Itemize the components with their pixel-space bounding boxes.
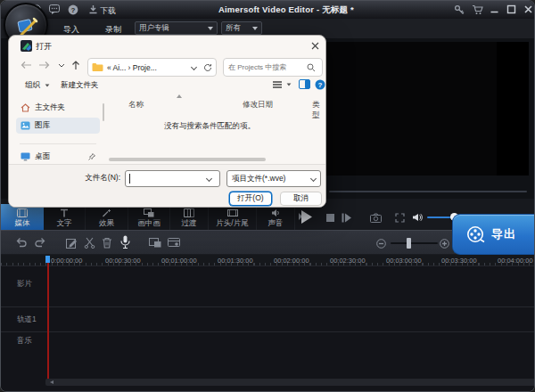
- help-icon[interactable]: ?: [68, 4, 78, 15]
- sidebar-item-desktop[interactable]: 桌面: [16, 149, 100, 165]
- step-forward-button[interactable]: [342, 213, 351, 223]
- refresh-icon[interactable]: [203, 63, 212, 72]
- scroll-left-arrow-icon[interactable]: [50, 380, 54, 384]
- svg-text:?: ?: [318, 81, 323, 89]
- export-button[interactable]: 导出: [452, 214, 535, 255]
- tab-media[interactable]: 媒体: [1, 204, 44, 230]
- record-voiceover-mic-icon[interactable]: [120, 235, 130, 249]
- dialog-help-icon[interactable]: ?: [315, 79, 325, 90]
- seek-bar[interactable]: [329, 191, 527, 192]
- playhead-marker[interactable]: [45, 256, 50, 263]
- edit-clip-icon[interactable]: [66, 237, 78, 249]
- desktop-icon: [21, 152, 30, 161]
- album-dropdown-value: 用户专辑: [139, 23, 169, 32]
- filename-label: 文件名(N):: [49, 173, 120, 184]
- delete-trash-icon[interactable]: [102, 237, 112, 249]
- timeline-horizontal-scrollbar[interactable]: [45, 379, 535, 386]
- sidebar-scrollbar[interactable]: [103, 103, 104, 121]
- nav-forward-icon[interactable]: [38, 61, 50, 69]
- tab-text[interactable]: 文字: [44, 204, 86, 230]
- filetype-dropdown[interactable]: 项目文件(*.wve): [226, 170, 321, 187]
- cut-scissors-icon[interactable]: [84, 237, 95, 249]
- nav-up-icon[interactable]: [71, 61, 80, 70]
- timeline-zoom-out-icon[interactable]: [376, 239, 386, 249]
- timeline-tracks: 影片 轨道1 音乐: [1, 266, 534, 392]
- filter-caret-icon: [252, 27, 258, 30]
- download-icon[interactable]: [88, 4, 98, 14]
- snapshot-camera-button[interactable]: [370, 213, 382, 223]
- open-button-label: 打开(O): [237, 193, 263, 204]
- tab-sound[interactable]: 声音: [257, 204, 295, 230]
- film-reel-icon: [466, 225, 485, 244]
- playhead-line[interactable]: [47, 256, 49, 379]
- home-icon: [21, 103, 30, 112]
- nav-recent-chevron-icon[interactable]: [58, 63, 65, 69]
- timeline-zoom-in-icon[interactable]: [440, 239, 449, 249]
- search-icon: [307, 63, 316, 72]
- breadcrumb[interactable]: « Ai... › Proje...: [107, 63, 157, 72]
- address-bar[interactable]: « Ai... › Proje...: [87, 58, 217, 77]
- timeline-ruler[interactable]: 0:00:00:00 00:00:30:00 00:01:00:00 00:01…: [1, 255, 534, 266]
- timeline-zoom-handle[interactable]: [407, 238, 411, 249]
- cancel-button[interactable]: 取消: [280, 192, 322, 206]
- ruler-ticks: [1, 263, 534, 265]
- sidebar-item-home[interactable]: 主文件夹: [16, 100, 100, 116]
- sidebar-desktop-label: 桌面: [35, 151, 50, 162]
- view-mode-icon[interactable]: [272, 80, 283, 89]
- maximize-button[interactable]: [506, 4, 516, 14]
- search-input[interactable]: [228, 63, 307, 71]
- track-music-label: 音乐: [17, 336, 32, 347]
- redo-icon[interactable]: [35, 237, 46, 249]
- media-icon: [17, 208, 28, 217]
- sidebar-item-gallery[interactable]: 图库: [16, 118, 100, 134]
- preview-pane-icon[interactable]: [299, 79, 310, 89]
- search-box[interactable]: [223, 58, 323, 77]
- nav-back-icon[interactable]: [21, 61, 32, 69]
- filter-dropdown[interactable]: 所有: [221, 21, 262, 35]
- address-dropdown-chevron-icon[interactable]: [191, 64, 197, 70]
- column-header-date[interactable]: 修改日期: [243, 100, 273, 110]
- filename-history-chevron-icon[interactable]: [206, 176, 212, 182]
- stop-button[interactable]: [326, 214, 334, 222]
- volume-icon[interactable]: [412, 212, 423, 223]
- download-label[interactable]: 下载: [100, 5, 116, 17]
- tab-pip[interactable]: 画中画: [128, 204, 170, 230]
- timeline-zoom-slider[interactable]: [391, 242, 438, 244]
- album-dropdown[interactable]: 用户专辑: [135, 21, 218, 35]
- organize-button[interactable]: 组织: [25, 80, 50, 91]
- gallery-icon: [21, 121, 30, 130]
- organize-caret-icon: [45, 84, 50, 86]
- track-manager-icon[interactable]: [168, 237, 180, 248]
- feedback-icon[interactable]: [49, 4, 60, 14]
- undo-icon[interactable]: [15, 237, 27, 249]
- organize-label: 组织: [25, 80, 40, 89]
- new-folder-button[interactable]: 新建文件夹: [61, 80, 99, 91]
- preview-letterbox: [497, 42, 529, 176]
- filename-input[interactable]: [130, 175, 207, 184]
- close-button[interactable]: [523, 4, 533, 14]
- pip-track-icon[interactable]: [149, 237, 161, 248]
- column-header-type[interactable]: 类型: [312, 100, 325, 121]
- tab-intro-credits[interactable]: 片头/片尾: [209, 204, 257, 230]
- filename-field[interactable]: [125, 170, 220, 187]
- album-caret-icon: [208, 27, 213, 30]
- dialog-title: 打开: [36, 41, 52, 53]
- tab-effects[interactable]: 效果: [86, 204, 128, 230]
- pin-icon: [88, 153, 95, 160]
- app-window: ? 下载 Aimersoft Video Editor - 无标题 * 导入: [0, 0, 535, 392]
- open-button[interactable]: 打开(O): [229, 192, 272, 206]
- tab-text-label: 文字: [57, 219, 72, 227]
- view-mode-caret-icon[interactable]: [287, 83, 292, 86]
- tab-transitions[interactable]: 过渡: [170, 204, 209, 230]
- dialog-close-button[interactable]: [307, 38, 323, 53]
- register-key-icon[interactable]: [454, 4, 465, 15]
- track-1-label: 轨道1: [17, 314, 37, 325]
- minimize-button[interactable]: [490, 4, 499, 14]
- fullscreen-button[interactable]: [395, 213, 405, 223]
- column-header-name[interactable]: 名称: [128, 100, 144, 110]
- sidebar-gallery-label: 图库: [35, 120, 50, 131]
- play-button[interactable]: [300, 210, 312, 224]
- cart-icon[interactable]: [472, 4, 483, 15]
- track-divider: [1, 331, 534, 332]
- list-horizontal-scrollbar[interactable]: [109, 158, 266, 161]
